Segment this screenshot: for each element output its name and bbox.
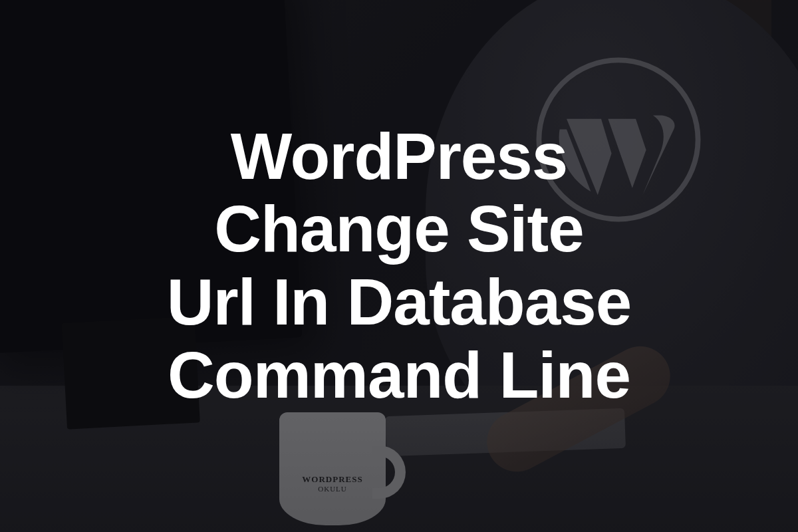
hero-banner: WORDPRESS OKULU WordPress Change Site Ur… (0, 0, 798, 532)
hero-title: WordPress Change Site Url In Database Co… (140, 120, 658, 412)
title-line-2: Change Site (214, 192, 583, 265)
title-line-1: WordPress (231, 120, 568, 193)
title-line-3: Url In Database (167, 265, 631, 338)
title-line-4: Command Line (168, 338, 630, 412)
